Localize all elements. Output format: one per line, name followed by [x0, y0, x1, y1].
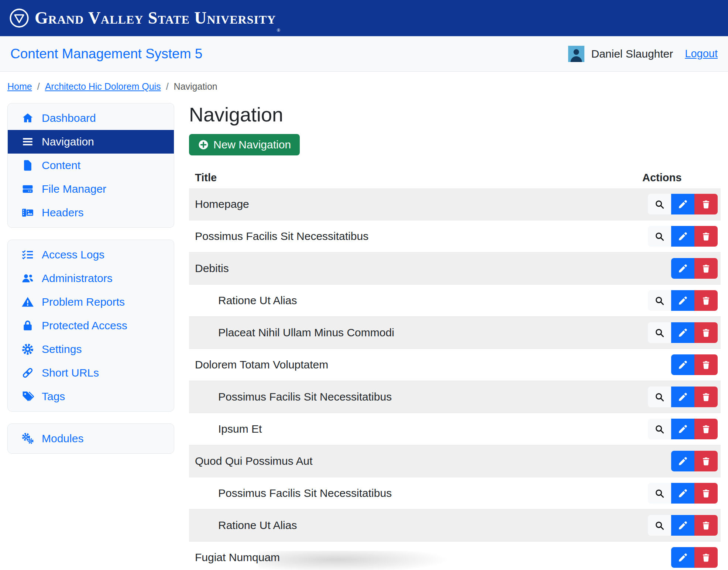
university-banner: Grand Valley State University ® — [0, 0, 728, 36]
breadcrumb-parent-page[interactable]: Architecto Hic Dolorem Quis — [45, 81, 161, 92]
user-name: Daniel Slaughter — [591, 48, 673, 60]
view-button[interactable] — [648, 419, 671, 439]
file-icon — [21, 159, 34, 172]
home-icon — [21, 112, 34, 124]
page-title: Navigation — [189, 103, 721, 126]
sidebar-group: Modules — [7, 423, 174, 454]
tag-icon — [21, 390, 34, 403]
trash-icon — [701, 553, 711, 563]
delete-button[interactable] — [694, 419, 718, 439]
bars-icon — [21, 135, 34, 148]
table-row: Possimus Facilis Sit Necessitatibus — [189, 381, 721, 413]
sidebar-item-label: Protected Access — [42, 319, 127, 332]
sidebar-group: Access Logs Administrators Problem Repor… — [7, 240, 174, 412]
delete-button[interactable] — [694, 194, 718, 214]
sidebar-item-label: Dashboard — [42, 112, 96, 124]
gvsu-logo-icon[interactable] — [9, 8, 30, 28]
edit-button[interactable] — [671, 290, 694, 311]
main-content: Navigation New Navigation Title Actions … — [189, 103, 721, 570]
new-navigation-button[interactable]: New Navigation — [189, 134, 300, 155]
sidebar-item-administrators[interactable]: Administrators — [8, 267, 174, 290]
edit-button[interactable] — [671, 194, 694, 214]
sidebar-item-short-urls[interactable]: Short URLs — [8, 361, 174, 385]
sidebar: Dashboard Navigation Content File Manage… — [7, 103, 174, 454]
delete-button[interactable] — [694, 515, 718, 536]
table-row: Placeat Nihil Ullam Minus Commodi — [189, 317, 721, 349]
row-actions — [645, 547, 718, 568]
edit-button[interactable] — [671, 419, 694, 439]
view-button[interactable] — [648, 515, 671, 536]
logout-link[interactable]: Logout — [685, 48, 718, 60]
delete-button[interactable] — [694, 290, 718, 311]
sidebar-item-file-manager[interactable]: File Manager — [8, 177, 174, 201]
edit-button[interactable] — [671, 354, 694, 375]
sidebar-item-modules[interactable]: Modules — [8, 427, 174, 450]
row-actions — [645, 194, 718, 214]
view-button[interactable] — [648, 387, 671, 407]
view-button[interactable] — [648, 194, 671, 214]
search-icon — [655, 199, 665, 209]
new-navigation-label: New Navigation — [213, 138, 291, 151]
trash-icon — [701, 488, 711, 498]
delete-button[interactable] — [694, 354, 718, 375]
edit-button[interactable] — [671, 258, 694, 279]
row-actions — [645, 451, 718, 471]
search-icon — [655, 231, 665, 241]
pencil-icon — [678, 296, 688, 306]
sidebar-item-label: Problem Reports — [42, 296, 125, 308]
hard-drive-icon — [21, 183, 34, 195]
delete-button[interactable] — [694, 483, 718, 504]
search-icon — [655, 424, 665, 434]
sidebar-item-problem-reports[interactable]: Problem Reports — [8, 290, 174, 314]
table-row: Quod Qui Possimus Aut — [189, 445, 721, 477]
row-actions — [645, 226, 718, 247]
edit-button[interactable] — [671, 547, 694, 568]
search-icon — [655, 392, 665, 402]
sidebar-item-settings[interactable]: Settings — [8, 337, 174, 361]
delete-button[interactable] — [694, 547, 718, 568]
row-actions — [645, 258, 718, 279]
table-row: Debitis — [189, 253, 721, 285]
sidebar-item-dashboard[interactable]: Dashboard — [8, 106, 174, 130]
trash-icon — [701, 199, 711, 209]
delete-button[interactable] — [694, 387, 718, 407]
user-avatar-icon — [568, 46, 584, 62]
edit-button[interactable] — [671, 483, 694, 504]
nav-row-title: Debitis — [195, 262, 645, 275]
breadcrumb-home[interactable]: Home — [7, 81, 32, 92]
column-header-title: Title — [195, 172, 642, 184]
delete-button[interactable] — [694, 451, 718, 471]
pencil-icon — [678, 199, 688, 209]
pencil-icon — [678, 328, 688, 338]
sidebar-item-content[interactable]: Content — [8, 154, 174, 177]
edit-button[interactable] — [671, 387, 694, 407]
sidebar-item-protected-access[interactable]: Protected Access — [8, 314, 174, 337]
sidebar-item-label: Navigation — [42, 135, 94, 148]
registered-mark: ® — [277, 27, 280, 33]
user-box: Daniel Slaughter Logout — [568, 46, 718, 62]
view-button[interactable] — [648, 322, 671, 343]
delete-button[interactable] — [694, 226, 718, 247]
delete-button[interactable] — [694, 258, 718, 279]
sidebar-item-navigation[interactable]: Navigation — [8, 130, 174, 154]
sidebar-item-label: Content — [42, 159, 80, 172]
trash-icon — [701, 521, 711, 530]
sidebar-item-access-logs[interactable]: Access Logs — [8, 243, 174, 267]
edit-button[interactable] — [671, 515, 694, 536]
sidebar-item-headers[interactable]: Headers — [8, 201, 174, 224]
delete-button[interactable] — [694, 322, 718, 343]
row-actions — [645, 290, 718, 311]
breadcrumb: Home / Architecto Hic Dolorem Quis / Nav… — [7, 81, 728, 92]
view-button[interactable] — [648, 290, 671, 311]
edit-button[interactable] — [671, 226, 694, 247]
edit-button[interactable] — [671, 322, 694, 343]
view-button[interactable] — [648, 483, 671, 504]
university-name: Grand Valley State University — [35, 10, 276, 27]
link-icon — [21, 367, 34, 379]
view-button[interactable] — [648, 226, 671, 247]
search-icon — [655, 521, 665, 530]
sidebar-group: Dashboard Navigation Content File Manage… — [7, 103, 174, 228]
edit-button[interactable] — [671, 451, 694, 471]
pencil-icon — [678, 521, 688, 530]
sidebar-item-tags[interactable]: Tags — [8, 385, 174, 408]
